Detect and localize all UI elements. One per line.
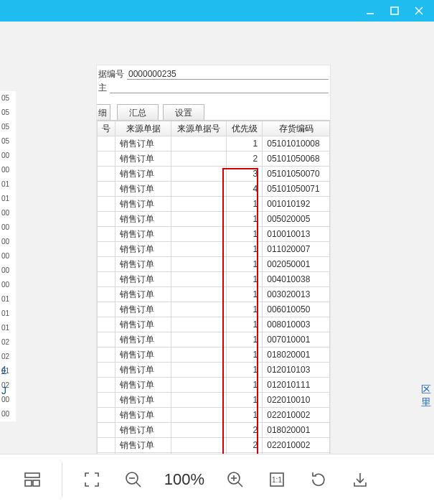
leftstrip-row: 00: [0, 220, 16, 235]
left-tag-4: 4: [1, 365, 6, 375]
cell-seq: [98, 378, 115, 393]
cell-seq: [98, 182, 115, 197]
leftstrip-row: 00: [0, 206, 16, 220]
actual-size-button[interactable]: 1:1: [265, 467, 289, 492]
zoom-in-button[interactable]: [223, 467, 247, 492]
table-row[interactable]: 销售订单1004010038: [98, 272, 330, 287]
cell-prio: 1: [227, 332, 263, 347]
cell-src: 销售订单: [115, 363, 171, 378]
cell-seq: [98, 257, 115, 272]
table-row[interactable]: 销售订单1006010050: [98, 302, 330, 317]
doc-owner-label: 主: [98, 82, 107, 94]
zoom-out-button[interactable]: [121, 467, 146, 492]
svg-rect-4: [25, 473, 39, 477]
cell-srcno: [171, 212, 226, 227]
leftstrip-row: 00: [0, 278, 16, 292]
document-panel: 据编号 主 细 汇总 设置 号 来源单据 来源单据号: [96, 65, 331, 467]
th-srcno[interactable]: 来源单据号: [171, 121, 226, 136]
leftstrip-row: 05: [0, 120, 16, 134]
cell-src: 销售订单: [115, 136, 171, 151]
cell-src: 销售订单: [115, 212, 171, 227]
leftstrip-row: 05: [0, 106, 16, 120]
cell-code: 005020005: [263, 212, 330, 227]
cell-srcno: [171, 272, 226, 287]
cell-code: 004010038: [263, 272, 330, 287]
tab-bar: 细 汇总 设置: [97, 97, 330, 121]
cell-srcno: [171, 197, 226, 212]
th-seq[interactable]: 号: [98, 121, 115, 136]
cell-srcno: [171, 378, 226, 393]
cell-prio: 1: [227, 257, 263, 272]
cell-code: 022010002: [263, 408, 330, 423]
table-row[interactable]: 销售订单1010010013: [98, 227, 330, 242]
cell-prio: 1: [227, 408, 263, 423]
table-row[interactable]: 销售订单2022010002: [98, 438, 330, 453]
tab-summary[interactable]: 汇总: [117, 104, 159, 120]
leftstrip-row: 01: [0, 307, 16, 321]
cell-srcno: [171, 302, 226, 317]
data-table: 号 来源单据 来源单据号 优先级 存货编码 销售订单105101010008销售…: [97, 121, 330, 467]
leftstrip-row: 02: [0, 335, 16, 350]
table-row[interactable]: 销售订单1018020001: [98, 347, 330, 363]
table-row[interactable]: 销售订单1007010001: [98, 332, 330, 347]
cell-prio: 1: [227, 317, 263, 332]
table-row[interactable]: 销售订单1011020007: [98, 242, 330, 257]
table-row[interactable]: 销售订单1012010103: [98, 363, 330, 378]
cell-srcno: [171, 242, 226, 257]
th-src[interactable]: 来源单据: [115, 121, 171, 136]
table-row[interactable]: 销售订单1022010002: [98, 408, 330, 423]
cell-srcno: [171, 423, 226, 438]
table-row[interactable]: 销售订单205101050068: [98, 151, 330, 167]
cell-src: 销售订单: [115, 257, 171, 272]
leftstrip-row: 05: [0, 91, 16, 106]
th-prio[interactable]: 优先级: [227, 121, 263, 136]
data-table-wrap: 号 来源单据 来源单据号 优先级 存货编码 销售订单105101010008销售…: [97, 121, 330, 467]
table-row[interactable]: 销售订单1002050001: [98, 257, 330, 272]
table-row[interactable]: 销售订单1005020005: [98, 212, 330, 227]
cell-srcno: [171, 317, 226, 332]
cell-src: 销售订单: [115, 317, 171, 332]
cell-seq: [98, 393, 115, 408]
table-row[interactable]: 销售订单105101010008: [98, 136, 330, 151]
cell-code: 022010010: [263, 393, 330, 408]
table-row[interactable]: 销售订单1008010003: [98, 317, 330, 332]
table-row[interactable]: 销售订单1001010192: [98, 197, 330, 212]
table-row[interactable]: 销售订单1012010111: [98, 378, 330, 393]
cell-prio: 2: [227, 151, 263, 167]
svg-line-8: [136, 482, 141, 487]
thumbnails-button[interactable]: [20, 467, 44, 492]
doc-owner-input[interactable]: [110, 83, 329, 93]
cell-code: 012010111: [263, 378, 330, 393]
cell-seq: [98, 167, 115, 182]
cell-srcno: [171, 227, 226, 242]
cell-prio: 1: [227, 272, 263, 287]
svg-rect-5: [25, 480, 32, 486]
table-row[interactable]: 销售订单2018020001: [98, 423, 330, 438]
table-row[interactable]: 销售订单405101050071: [98, 182, 330, 197]
cell-code: 05101050070: [263, 167, 330, 182]
minimize-button[interactable]: [358, 1, 382, 21]
rotate-button[interactable]: [306, 467, 331, 492]
table-row[interactable]: 销售订单305101050070: [98, 167, 330, 182]
cell-srcno: [171, 151, 226, 167]
th-code[interactable]: 存货编码: [263, 121, 330, 136]
maximize-button[interactable]: [382, 1, 407, 21]
close-button[interactable]: [407, 1, 431, 21]
cell-src: 销售订单: [115, 378, 171, 393]
download-button[interactable]: [348, 467, 372, 492]
doc-id-input[interactable]: [127, 69, 329, 80]
table-row[interactable]: 销售订单1022010010: [98, 393, 330, 408]
cell-src: 销售订单: [115, 347, 171, 363]
cell-srcno: [171, 393, 226, 408]
cell-prio: 4: [227, 182, 263, 197]
cell-seq: [98, 227, 115, 242]
tab-detail[interactable]: 细: [96, 104, 110, 120]
cell-code: 05101050068: [263, 151, 330, 167]
cell-code: 05101010008: [263, 136, 330, 151]
table-row[interactable]: 销售订单1003020013: [98, 287, 330, 302]
fullscreen-button[interactable]: [80, 467, 104, 492]
cell-prio: 1: [227, 302, 263, 317]
cell-src: 销售订单: [115, 332, 171, 347]
tab-settings[interactable]: 设置: [163, 104, 204, 120]
cell-code: 022010002: [263, 438, 330, 453]
